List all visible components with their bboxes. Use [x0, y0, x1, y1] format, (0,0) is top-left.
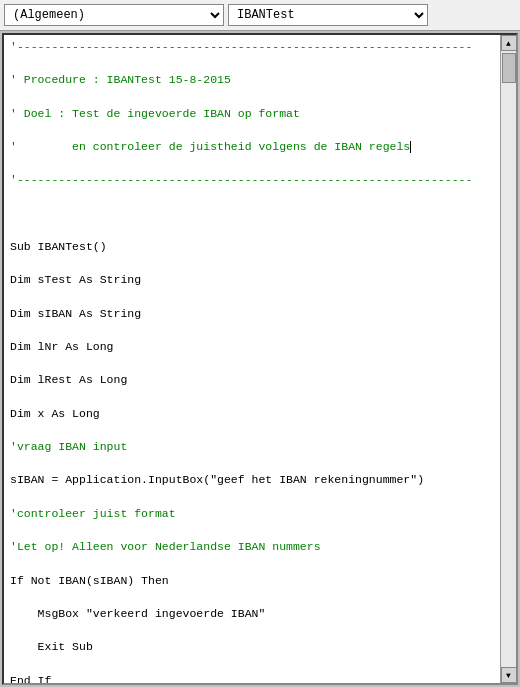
code-line	[10, 206, 494, 223]
code-line: ' Doel : Test de ingevoerde IBAN op form…	[10, 106, 494, 123]
code-line: 'Let op! Alleen voor Nederlandse IBAN nu…	[10, 539, 494, 556]
code-line: Dim sTest As String	[10, 272, 494, 289]
scrollbar: ▲ ▼	[500, 35, 516, 683]
code-line: MsgBox "verkeerd ingevoerde IBAN"	[10, 606, 494, 623]
code-line: ' en controleer de juistheid volgens de …	[10, 139, 494, 156]
scroll-thumb[interactable]	[502, 53, 516, 83]
module-select[interactable]: (Algemeen)	[4, 4, 224, 26]
text-cursor	[410, 141, 411, 153]
code-line: Dim x As Long	[10, 406, 494, 423]
code-editor[interactable]: '---------------------------------------…	[4, 35, 500, 683]
code-container: '---------------------------------------…	[2, 33, 518, 685]
code-line: ' Procedure : IBANTest 15-8-2015	[10, 72, 494, 89]
code-line: sIBAN = Application.InputBox("geef het I…	[10, 472, 494, 489]
code-line: Dim lNr As Long	[10, 339, 494, 356]
code-line: Exit Sub	[10, 639, 494, 656]
code-line: If Not IBAN(sIBAN) Then	[10, 573, 494, 590]
code-line: End If	[10, 673, 494, 683]
toolbar: (Algemeen) IBANTest	[0, 0, 520, 31]
code-line: '---------------------------------------…	[10, 39, 494, 56]
scroll-down-button[interactable]: ▼	[501, 667, 517, 683]
code-line: '---------------------------------------…	[10, 172, 494, 189]
code-line: 'controleer juist format	[10, 506, 494, 523]
procedure-select[interactable]: IBANTest	[228, 4, 428, 26]
code-line: Dim lRest As Long	[10, 372, 494, 389]
scroll-up-button[interactable]: ▲	[501, 35, 517, 51]
code-line: Dim sIBAN As String	[10, 306, 494, 323]
code-line: 'vraag IBAN input	[10, 439, 494, 456]
code-line: Sub IBANTest()	[10, 239, 494, 256]
